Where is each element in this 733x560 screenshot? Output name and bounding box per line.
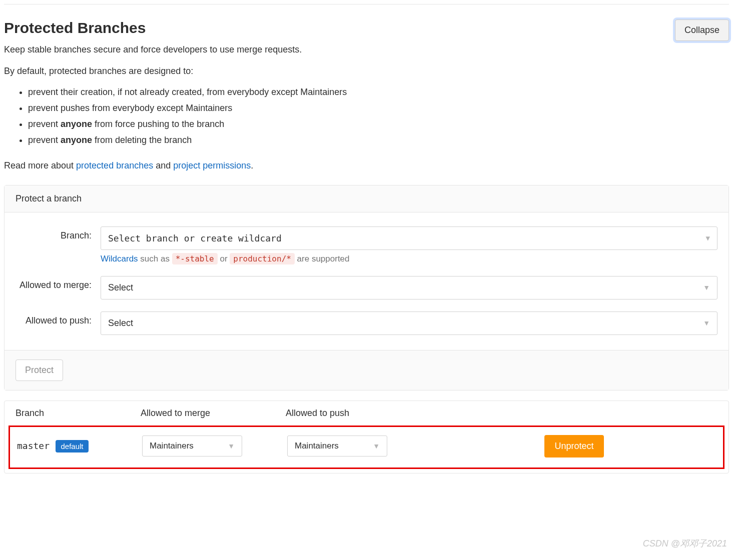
project-permissions-link[interactable]: project permissions bbox=[173, 160, 251, 170]
page-title: Protected Branches bbox=[4, 20, 146, 36]
chevron-down-icon: ▼ bbox=[706, 234, 710, 242]
allowed-push-select[interactable]: Select ▼ bbox=[101, 312, 717, 335]
protect-button[interactable]: Protect bbox=[16, 360, 63, 381]
row-merge-value: Maintainers bbox=[150, 441, 194, 451]
list-item: prevent pushes from everybody except Mai… bbox=[28, 102, 729, 116]
allowed-merge-value: Select bbox=[108, 282, 133, 293]
col-header-branch: Branch bbox=[16, 408, 141, 418]
chevron-down-icon: ▼ bbox=[373, 442, 380, 450]
bullet-list: prevent their creation, if not already c… bbox=[4, 86, 729, 148]
chevron-down-icon: ▼ bbox=[228, 442, 235, 450]
collapse-button[interactable]: Collapse bbox=[675, 20, 729, 41]
panel-header: Protect a branch bbox=[5, 186, 728, 212]
table-row: master default Maintainers ▼ Maintainers… bbox=[9, 426, 724, 469]
allowed-merge-label: Allowed to merge: bbox=[16, 276, 101, 290]
row-push-value: Maintainers bbox=[295, 441, 339, 451]
allowed-push-label: Allowed to push: bbox=[16, 312, 101, 326]
chevron-down-icon: ▼ bbox=[703, 319, 710, 327]
branch-label: Branch: bbox=[16, 226, 101, 241]
protect-branch-panel: Protect a branch Branch: Select branch o… bbox=[4, 185, 729, 390]
code-chip: production/* bbox=[230, 253, 295, 264]
intro-text: By default, protected branches are desig… bbox=[4, 66, 729, 76]
list-item: prevent anyone from deleting the branch bbox=[28, 134, 729, 148]
allowed-push-value: Select bbox=[108, 318, 133, 328]
row-merge-select[interactable]: Maintainers ▼ bbox=[142, 436, 242, 456]
list-item: prevent their creation, if not already c… bbox=[28, 86, 729, 100]
list-item: prevent anyone from force pushing to the… bbox=[28, 118, 729, 132]
description-text: Keep stable branches secure and force de… bbox=[4, 44, 729, 55]
allowed-merge-select[interactable]: Select ▼ bbox=[101, 276, 717, 300]
wildcard-hint: Wildcards such as *-stable or production… bbox=[101, 254, 717, 264]
protected-branch-table: Branch Allowed to merge Allowed to push … bbox=[4, 400, 729, 474]
unprotect-button[interactable]: Unprotect bbox=[544, 435, 603, 458]
code-chip: *-stable bbox=[172, 253, 218, 264]
col-header-push: Allowed to push bbox=[286, 408, 431, 418]
chevron-down-icon: ▼ bbox=[703, 284, 710, 292]
branch-select-value: Select branch or create wildcard bbox=[108, 233, 282, 244]
readmore-text: Read more about protected branches and p… bbox=[4, 160, 729, 171]
row-push-select[interactable]: Maintainers ▼ bbox=[287, 436, 387, 456]
branch-select[interactable]: Select branch or create wildcard ▼ bbox=[101, 226, 717, 250]
col-header-merge: Allowed to merge bbox=[141, 408, 286, 418]
wildcards-link[interactable]: Wildcards bbox=[101, 254, 138, 264]
protected-branches-link[interactable]: protected branches bbox=[76, 160, 153, 170]
branch-name: master bbox=[17, 440, 50, 451]
default-badge: default bbox=[56, 440, 88, 452]
